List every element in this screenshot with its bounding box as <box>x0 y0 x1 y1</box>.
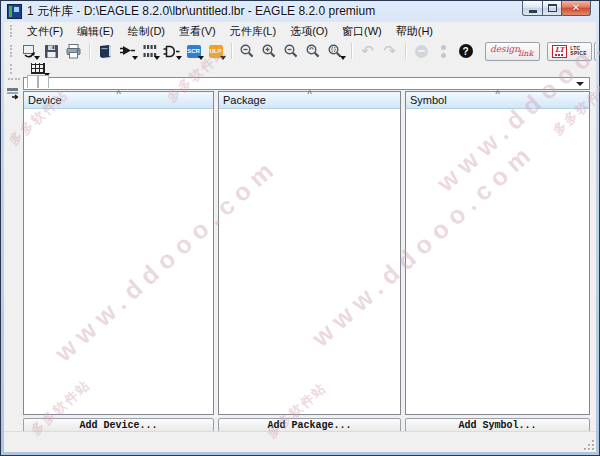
redo-button[interactable]: ↷ <box>380 42 399 61</box>
stop-button[interactable] <box>412 42 431 61</box>
combo-dropdown-icon[interactable] <box>576 82 584 86</box>
window-title: 1 元件库 - D:\EAGLE 8.2.0\lbr\untitled.lbr … <box>27 3 375 20</box>
device-sort-ascending-icon[interactable]: ^ <box>116 89 121 98</box>
left-sidebar <box>4 76 24 432</box>
zoom-in-icon <box>261 43 278 60</box>
zoom-redraw-button[interactable] <box>304 42 323 61</box>
toolbar-separator <box>89 43 91 59</box>
zoom-fit-icon <box>239 43 256 60</box>
menu-edit[interactable]: 编辑(E) <box>70 22 121 41</box>
secondary-toolbar-grip[interactable] <box>10 64 15 74</box>
menu-draw[interactable]: 绘制(D) <box>121 22 172 41</box>
go-button[interactable] <box>434 42 453 61</box>
grid-icon <box>31 63 45 74</box>
redo-icon: ↷ <box>383 44 396 59</box>
grid-button[interactable] <box>31 63 49 76</box>
device-panel: Device ^ <box>23 91 214 415</box>
minimize-icon <box>529 10 537 13</box>
toolbar-grip[interactable] <box>10 45 15 57</box>
stop-icon <box>415 45 428 58</box>
zoom-dropdown-icon <box>340 56 346 60</box>
toolbar-separator <box>231 43 233 59</box>
script-dropdown-icon <box>198 56 204 60</box>
tree-node-box <box>27 75 38 88</box>
minimize-button[interactable] <box>522 1 543 16</box>
package-dropdown-icon <box>154 56 160 60</box>
package-panel: Package ^ <box>218 91 401 415</box>
symbol-list[interactable] <box>406 109 589 414</box>
tree-node-box <box>38 75 49 88</box>
symbol-panel-title: Symbol <box>410 94 447 106</box>
design-link-button[interactable]: design link <box>485 42 540 61</box>
print-button[interactable] <box>64 42 83 61</box>
device-list[interactable] <box>24 109 213 414</box>
toolbar-separator <box>405 43 407 59</box>
secondary-toolbar <box>4 62 596 76</box>
symbol-dropdown-icon <box>176 56 182 60</box>
zoom-in-button[interactable] <box>260 42 279 61</box>
add-package-toolbar-button[interactable] <box>140 42 159 61</box>
menu-options[interactable]: 选项(O) <box>283 22 335 41</box>
library-book-icon <box>97 43 114 60</box>
symbol-column-header[interactable]: Symbol ^ <box>406 92 589 109</box>
toolbar-separator <box>351 43 353 59</box>
menubar: 文件(F) 编辑(E) 绘制(D) 查看(V) 元件库(L) 选项(O) 窗口(… <box>4 22 596 40</box>
open-library-button[interactable] <box>20 42 39 61</box>
symbol-sort-ascending-icon[interactable]: ^ <box>495 89 500 98</box>
save-icon <box>43 43 60 60</box>
package-list[interactable] <box>219 109 400 414</box>
close-button[interactable]: ✕ <box>561 1 591 16</box>
run-ulp-button[interactable]: ULP <box>206 42 225 61</box>
partner-buttons-group: design link LT LTC SPICE PADS <box>478 42 596 61</box>
main-toolbar: SCR ULP <box>4 40 596 62</box>
client-area: 文件(F) 编辑(E) 绘制(D) 查看(V) 元件库(L) 选项(O) 窗口(… <box>4 22 596 452</box>
package-column-header[interactable]: Package ^ <box>219 92 400 109</box>
ltspice-logo-icon: LT <box>552 45 567 58</box>
undo-button[interactable]: ↶ <box>358 42 377 61</box>
menubar-grip[interactable] <box>10 25 15 37</box>
titlebar[interactable]: 1 元件库 - D:\EAGLE 8.2.0\lbr\untitled.lbr … <box>4 2 479 21</box>
run-script-button[interactable]: SCR <box>184 42 203 61</box>
table-of-contents-button[interactable] <box>6 86 21 99</box>
eagle-library-app-icon <box>7 4 22 19</box>
print-icon <box>65 43 82 60</box>
zoom-out-icon <box>283 43 300 60</box>
ltspice-dropdown-button[interactable] <box>594 42 596 61</box>
maximize-icon <box>548 4 557 12</box>
menu-library[interactable]: 元件库(L) <box>223 22 283 41</box>
design-link-label2: link <box>518 50 533 58</box>
caption-buttons: ✕ <box>523 1 591 16</box>
ltspice-label: LTC SPICE <box>570 46 587 56</box>
menu-window[interactable]: 窗口(W) <box>335 22 389 41</box>
save-button[interactable] <box>42 42 61 61</box>
menu-file[interactable]: 文件(F) <box>20 22 70 41</box>
ulp-dropdown-icon <box>220 56 226 60</box>
add-symbol-toolbar-button[interactable] <box>162 42 181 61</box>
table-arrow-icon <box>6 87 21 100</box>
go-icon <box>441 45 446 58</box>
zoom-redraw-icon <box>305 43 322 60</box>
resize-grip[interactable] <box>582 438 595 451</box>
menu-view[interactable]: 查看(V) <box>172 22 223 41</box>
undo-icon: ↶ <box>361 44 374 59</box>
package-sort-ascending-icon[interactable]: ^ <box>307 89 312 98</box>
package-panel-title: Package <box>223 94 266 106</box>
application-window: 1 元件库 - D:\EAGLE 8.2.0\lbr\untitled.lbr … <box>0 0 600 456</box>
close-icon: ✕ <box>572 3 580 13</box>
device-column-header[interactable]: Device ^ <box>24 92 213 109</box>
zoom-out-button[interactable] <box>282 42 301 61</box>
design-link-label: design <box>490 45 520 54</box>
symbol-panel: Symbol ^ <box>405 91 590 415</box>
ltspice-button[interactable]: LT LTC SPICE <box>547 42 592 61</box>
help-icon: ? <box>459 44 473 58</box>
sidebar-grip[interactable] <box>8 78 20 83</box>
menu-help[interactable]: 帮助(H) <box>389 22 440 41</box>
library-manager-button[interactable] <box>96 42 115 61</box>
add-device-toolbar-button[interactable] <box>118 42 137 61</box>
maximize-button[interactable] <box>542 1 562 16</box>
device-dropdown-icon <box>132 56 138 60</box>
device-panel-title: Device <box>28 94 62 106</box>
zoom-select-button[interactable] <box>326 42 345 61</box>
zoom-fit-button[interactable] <box>238 42 257 61</box>
help-button[interactable]: ? <box>456 42 475 61</box>
